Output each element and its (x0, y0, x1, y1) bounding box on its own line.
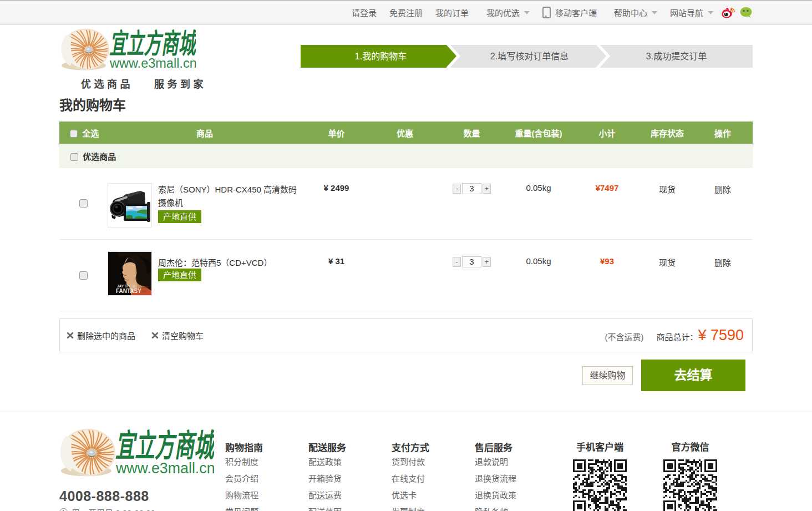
svg-text:www.e3mall.cn: www.e3mall.cn (115, 460, 214, 477)
svg-text:www.e3mall.cn: www.e3mall.cn (109, 56, 196, 70)
svg-text:宜立方商城: 宜立方商城 (109, 28, 196, 59)
svg-text:MV: MV (142, 290, 146, 293)
svg-text:宜立方商城: 宜立方商城 (115, 428, 214, 463)
svg-text:FANTASY: FANTASY (116, 288, 141, 294)
svg-text:FAO: FAO (141, 286, 148, 289)
svg-text:JAY CHOU: JAY CHOU (117, 284, 135, 288)
